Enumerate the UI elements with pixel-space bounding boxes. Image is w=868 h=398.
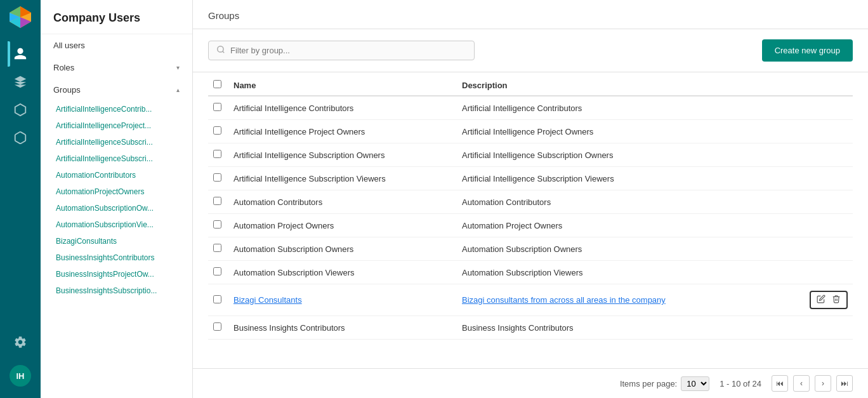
row-checkbox[interactable] — [213, 322, 221, 331]
table-row: Automation Subscription ViewersAutomatio… — [208, 261, 853, 284]
sidebar-group-item[interactable]: BusinessInsightsSubscriptio... — [41, 282, 192, 299]
row-actions — [802, 167, 853, 190]
table-row: Automation ContributorsAutomation Contri… — [208, 190, 853, 214]
row-description: Artificial Intelligence Subscription Own… — [457, 143, 802, 167]
sidebar-item-groups[interactable]: Groups ▴ — [41, 79, 192, 101]
sidebar: Company Users All users Roles ▾ Groups ▴… — [41, 0, 193, 398]
table-row: Automation Project OwnersAutomation Proj… — [208, 214, 853, 237]
nav-settings-icon[interactable] — [8, 329, 33, 355]
sidebar-group-item[interactable]: AutomationContributors — [41, 167, 192, 183]
group-description-link[interactable]: Bizagi consultants from across all areas… — [462, 295, 666, 305]
table-row: Automation Subscription OwnersAutomation… — [208, 237, 853, 261]
row-actions — [802, 143, 853, 167]
nav-users-icon[interactable] — [8, 41, 33, 67]
col-name: Name — [228, 72, 457, 96]
nav-hexagon-icon[interactable] — [8, 97, 33, 123]
row-description: Artificial Intelligence Contributors — [457, 96, 802, 120]
row-actions — [802, 261, 853, 284]
row-name: Business Insights Contributors — [228, 316, 457, 340]
user-avatar[interactable]: IH — [10, 365, 31, 387]
row-checkbox[interactable] — [213, 267, 221, 275]
table-row: Artificial Intelligence Subscription Own… — [208, 143, 853, 167]
last-page-button[interactable]: ⏭ — [836, 375, 853, 392]
row-name[interactable]: Bizagi Consultants — [228, 284, 457, 316]
sidebar-group-item[interactable]: ArtificialIntelligenceProject... — [41, 117, 192, 134]
row-checkbox[interactable] — [213, 126, 221, 135]
sidebar-group-item[interactable]: ArtificialIntelligenceSubscri... — [41, 134, 192, 150]
row-checkbox[interactable] — [213, 295, 221, 303]
col-actions — [802, 72, 853, 96]
search-input[interactable] — [230, 46, 466, 55]
row-name: Artificial Intelligence Subscription Own… — [228, 143, 457, 167]
row-name: Automation Subscription Viewers — [228, 261, 457, 284]
row-description: Automation Contributors — [457, 190, 802, 214]
main-header: Groups — [193, 0, 868, 29]
row-actions — [802, 316, 853, 340]
row-checkbox[interactable] — [213, 150, 221, 158]
per-page-label: Items per page: — [620, 379, 677, 388]
row-description: Artificial Intelligence Project Owners — [457, 120, 802, 143]
search-icon — [216, 45, 225, 56]
delete-button[interactable] — [830, 293, 843, 307]
row-actions — [802, 284, 853, 316]
row-name: Artificial Intelligence Subscription Vie… — [228, 167, 457, 190]
row-name: Artificial Intelligence Project Owners — [228, 120, 457, 143]
sidebar-group-item[interactable]: AutomationProjectOwners — [41, 183, 192, 200]
row-actions — [802, 190, 853, 214]
table-row: Artificial Intelligence ContributorsArti… — [208, 96, 853, 120]
prev-page-button[interactable]: ‹ — [793, 375, 810, 392]
group-name-link[interactable]: Bizagi Consultants — [233, 295, 302, 305]
page-title: Groups — [208, 10, 853, 29]
per-page-control: Items per page: 10 25 50 — [620, 376, 709, 391]
first-page-button[interactable]: ⏮ — [772, 375, 788, 392]
row-description[interactable]: Bizagi consultants from across all areas… — [457, 284, 802, 316]
sidebar-item-roles[interactable]: Roles ▾ — [41, 56, 192, 79]
sidebar-group-item[interactable]: ArtificialIntelligenceSubscri... — [41, 150, 192, 167]
row-checkbox[interactable] — [213, 220, 221, 229]
sidebar-menu: All users Roles ▾ Groups ▴ ArtificialInt… — [41, 34, 192, 398]
table-row: Artificial Intelligence Subscription Vie… — [208, 167, 853, 190]
sidebar-group-item[interactable]: BusinessInsightsProjectOw... — [41, 266, 192, 282]
table-body: Artificial Intelligence ContributorsArti… — [208, 96, 853, 340]
row-actions — [802, 96, 853, 120]
nav-bar: IH — [0, 0, 41, 398]
search-box — [208, 41, 475, 60]
page-range: 1 - 10 of 24 — [720, 379, 761, 388]
row-description: Automation Subscription Viewers — [457, 261, 802, 284]
row-description: Business Insights Contributors — [457, 316, 802, 340]
table-row: Bizagi ConsultantsBizagi consultants fro… — [208, 284, 853, 316]
row-name: Automation Contributors — [228, 190, 457, 214]
action-icons-group — [810, 291, 848, 309]
row-actions — [802, 214, 853, 237]
groups-chevron-icon: ▴ — [176, 86, 180, 93]
nav-cube-icon[interactable] — [8, 125, 33, 150]
groups-table: Name Description Artificial Intelligence… — [208, 72, 853, 340]
table-row: Business Insights ContributorsBusiness I… — [208, 316, 853, 340]
sidebar-groups-list: ArtificialIntelligenceContrib...Artifici… — [41, 101, 192, 299]
app-logo[interactable] — [8, 5, 32, 31]
next-page-button[interactable]: › — [815, 375, 831, 392]
col-description: Description — [457, 72, 802, 96]
table-row: Artificial Intelligence Project OwnersAr… — [208, 120, 853, 143]
svg-line-8 — [223, 51, 225, 53]
nav-layers-icon[interactable] — [8, 69, 33, 95]
sidebar-group-item[interactable]: BusinessInsightsContributors — [41, 249, 192, 266]
select-all-checkbox[interactable] — [213, 80, 221, 88]
sidebar-item-all-users[interactable]: All users — [41, 34, 192, 56]
roles-chevron-icon: ▾ — [176, 64, 180, 71]
row-checkbox[interactable] — [213, 103, 221, 111]
edit-button[interactable] — [815, 293, 827, 307]
create-new-group-button[interactable]: Create new group — [762, 39, 853, 62]
sidebar-group-item[interactable]: AutomationSubscriptionVie... — [41, 216, 192, 233]
row-name: Artificial Intelligence Contributors — [228, 96, 457, 120]
row-checkbox[interactable] — [213, 244, 221, 252]
sidebar-group-item[interactable]: ArtificialIntelligenceContrib... — [41, 101, 192, 117]
groups-table-container: Name Description Artificial Intelligence… — [193, 72, 868, 368]
row-checkbox[interactable] — [213, 173, 221, 182]
main-content: Groups Create new group Name Description… — [193, 0, 868, 398]
sidebar-group-item[interactable]: BizagiConsultants — [41, 233, 192, 249]
row-description: Automation Subscription Owners — [457, 237, 802, 261]
sidebar-group-item[interactable]: AutomationSubscriptionOw... — [41, 200, 192, 216]
row-checkbox[interactable] — [213, 197, 221, 205]
per-page-select[interactable]: 10 25 50 — [681, 376, 709, 391]
